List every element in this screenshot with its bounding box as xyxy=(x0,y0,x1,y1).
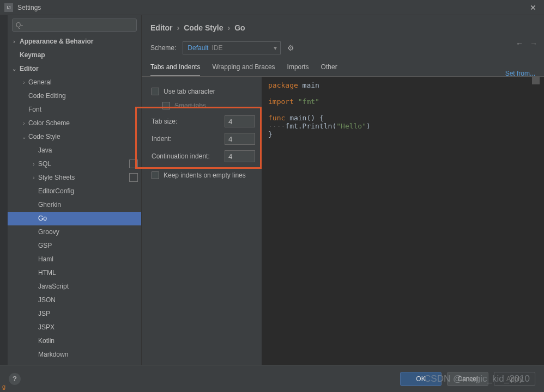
tree-item-label: JSON xyxy=(38,296,56,304)
tree-item-haml[interactable]: Haml xyxy=(8,253,141,266)
tree-item-appearance-behavior[interactable]: ›Appearance & Behavior xyxy=(8,35,141,48)
crumb-editor[interactable]: Editor xyxy=(150,23,172,32)
tree-item-label: Kotlin xyxy=(38,337,55,345)
expand-icon[interactable]: › xyxy=(21,76,27,89)
tree-item-keymap[interactable]: Keymap xyxy=(8,48,141,62)
keep-indents-label: Keep indents on empty lines xyxy=(164,171,246,179)
tree-item-json[interactable]: JSON xyxy=(8,293,141,307)
tree-item-editor[interactable]: ⌄Editor xyxy=(8,62,141,76)
tree-item-color-scheme[interactable]: ›Color Scheme xyxy=(8,117,141,130)
tree-item-label: Java xyxy=(38,146,52,154)
tree-item-label: JavaScript xyxy=(38,283,69,290)
continuation-indent-label: Continuation indent: xyxy=(152,152,210,160)
tree-item-label: HTML xyxy=(38,269,56,277)
tree-item-label: JSP xyxy=(38,310,50,317)
tree-item-gherkin[interactable]: Gherkin xyxy=(8,198,141,212)
window-title: Settings xyxy=(17,4,41,11)
expand-icon[interactable]: › xyxy=(31,171,37,185)
tab-size-input[interactable] xyxy=(225,115,255,127)
tree-item-label: SQL xyxy=(38,160,51,168)
main-panel: Editor › Code Style › Go ← → Scheme: Def… xyxy=(142,15,544,365)
tree-item-label: Code Style xyxy=(28,133,61,140)
breadcrumb: Editor › Code Style › Go xyxy=(142,15,544,35)
tab-imports[interactable]: Imports xyxy=(287,63,309,76)
scheme-select[interactable]: Default IDE xyxy=(183,41,281,54)
crumb-codestyle[interactable]: Code Style xyxy=(184,23,223,32)
tree-item-font[interactable]: Font xyxy=(8,103,141,117)
crumb-go[interactable]: Go xyxy=(234,23,245,32)
tabs: Tabs and IndentsWrapping and BracesImpor… xyxy=(142,57,544,77)
expand-icon[interactable]: ⌄ xyxy=(11,62,17,76)
use-tab-char-label: Use tab character xyxy=(164,88,215,95)
tree-item-label: Font xyxy=(28,106,41,113)
tree-item-java[interactable]: Java xyxy=(8,144,141,157)
use-tab-char-checkbox[interactable] xyxy=(152,88,159,95)
app-logo: IJ xyxy=(4,3,13,12)
cancel-button[interactable]: Cancel xyxy=(447,372,488,386)
nav-forward-icon: → xyxy=(530,39,537,48)
help-icon[interactable]: ? xyxy=(9,373,21,385)
tree-item-label: JSPX xyxy=(38,323,55,331)
tree-item-label: Groovy xyxy=(38,228,59,236)
tree-item-style-sheets[interactable]: ›Style Sheets xyxy=(8,171,141,185)
tree-item-general[interactable]: ›General xyxy=(8,76,141,89)
smart-tabs-label: Smart tabs xyxy=(174,102,206,109)
search-input[interactable]: Q- xyxy=(12,19,137,32)
tree-item-label: EditorConfig xyxy=(38,187,74,195)
indent-label: Indent: xyxy=(152,135,172,143)
continuation-indent-input[interactable] xyxy=(225,150,255,162)
tree-item-javascript[interactable]: JavaScript xyxy=(8,280,141,293)
tree-item-jspx[interactable]: JSPX xyxy=(8,321,141,334)
tree-item-label: Editor xyxy=(20,65,39,72)
tree-item-label: Gherkin xyxy=(38,201,61,209)
nav-back-icon[interactable]: ← xyxy=(516,39,523,48)
nav-arrows: ← → xyxy=(516,39,537,48)
tree-item-jsp[interactable]: JSP xyxy=(8,307,141,321)
bottom-bar: ? OK Cancel Apply xyxy=(0,365,544,392)
keep-indents-checkbox[interactable] xyxy=(152,171,159,179)
close-icon[interactable]: ✕ xyxy=(527,3,540,12)
indent-input[interactable] xyxy=(225,133,255,145)
tree-item-html[interactable]: HTML xyxy=(8,266,141,280)
expand-icon[interactable]: ⌄ xyxy=(21,130,27,144)
tree-item-label: Color Scheme xyxy=(28,119,70,127)
settings-tree: ›Appearance & BehaviorKeymap⌄Editor›Gene… xyxy=(0,35,141,365)
tree-item-code-style[interactable]: ⌄Code Style xyxy=(8,130,141,144)
expand-icon[interactable]: › xyxy=(11,35,17,48)
tree-item-sql[interactable]: ›SQL xyxy=(8,157,141,171)
apply-button: Apply xyxy=(494,372,535,386)
tree-item-gsp[interactable]: GSP xyxy=(8,239,141,253)
corner-mark: g xyxy=(2,383,5,390)
tree-item-label: Style Sheets xyxy=(38,174,75,181)
preview-settings-icon[interactable] xyxy=(532,77,540,84)
ok-button[interactable]: OK xyxy=(400,372,442,386)
code-preview: package main import "fmt" func main() { … xyxy=(262,77,544,365)
tree-item-kotlin[interactable]: Kotlin xyxy=(8,334,141,348)
smart-tabs-checkbox xyxy=(162,102,170,109)
tree-item-label: Haml xyxy=(38,255,53,263)
scheme-label: Scheme: xyxy=(150,44,176,52)
tree-item-label: Keymap xyxy=(20,51,45,59)
gear-icon[interactable]: ⚙ xyxy=(287,44,294,52)
titlebar: IJ Settings ✕ xyxy=(0,0,544,15)
set-from-link[interactable]: Set from... xyxy=(505,70,535,77)
tree-item-label: Code Editing xyxy=(28,92,66,100)
tree-item-editorconfig[interactable]: EditorConfig xyxy=(8,185,141,198)
tree-item-label: Appearance & Behavior xyxy=(20,38,93,45)
expand-icon[interactable]: › xyxy=(31,157,37,171)
module-badge-icon xyxy=(129,173,138,182)
tree-item-go[interactable]: Go xyxy=(8,212,141,225)
expand-icon[interactable]: › xyxy=(21,117,27,130)
tree-item-code-editing[interactable]: Code Editing xyxy=(8,89,141,103)
tab-size-label: Tab size: xyxy=(152,118,177,125)
tree-item-label: Markdown xyxy=(38,351,68,358)
tab-tabs-and-indents[interactable]: Tabs and Indents xyxy=(150,63,200,76)
tab-wrapping-and-braces[interactable]: Wrapping and Braces xyxy=(212,63,275,76)
tab-other[interactable]: Other xyxy=(321,63,337,76)
tree-item-markdown[interactable]: Markdown xyxy=(8,348,141,362)
module-badge-icon xyxy=(129,160,138,168)
tree-item-label: Go xyxy=(38,215,47,222)
tree-item-label: General xyxy=(28,78,52,86)
tree-item-groovy[interactable]: Groovy xyxy=(8,225,141,239)
form-pane: Use tab character Smart tabs Tab size: I… xyxy=(142,77,262,365)
